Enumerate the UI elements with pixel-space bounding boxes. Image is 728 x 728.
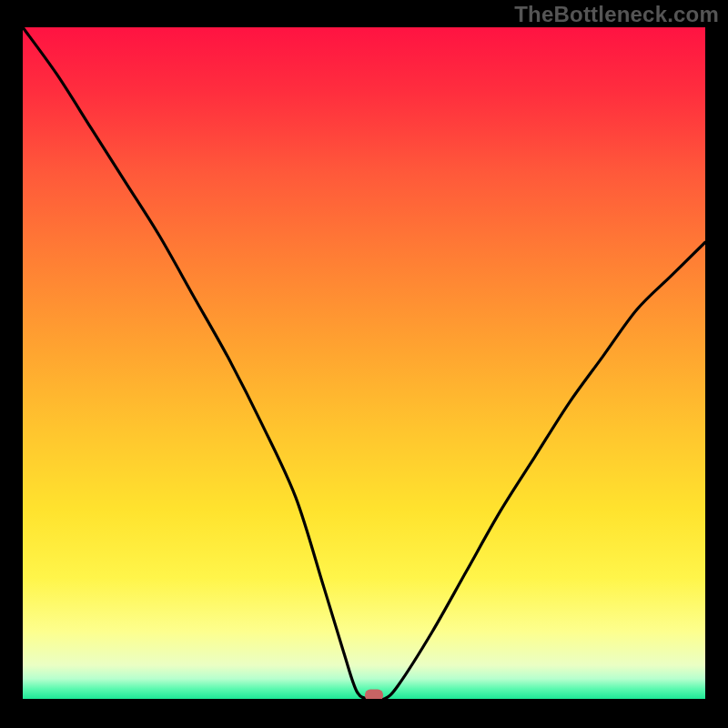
watermark-text: TheBottleneck.com [514,2,719,27]
chart-frame: TheBottleneck.com [0,0,728,728]
plot-area [23,27,705,699]
bottleneck-marker-icon [365,690,383,699]
bottleneck-curve [23,27,705,699]
